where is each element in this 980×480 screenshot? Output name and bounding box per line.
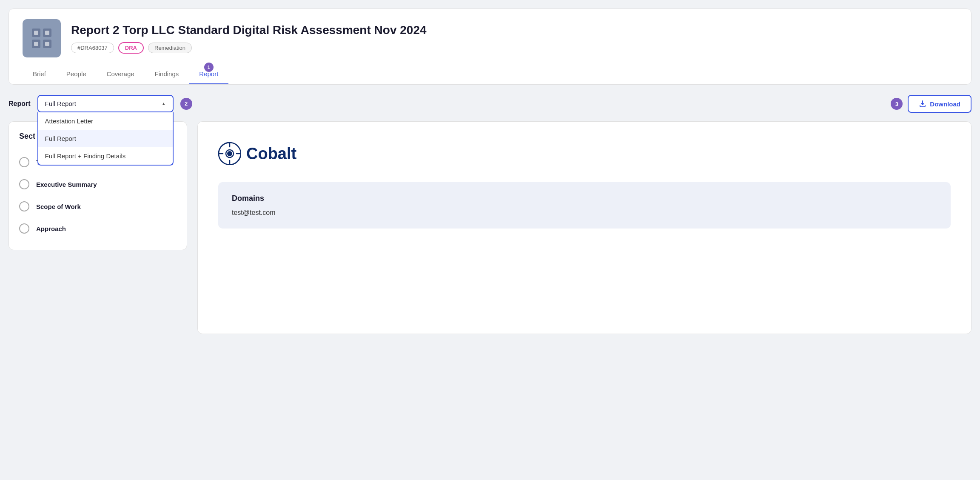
section-dot-approach: [19, 223, 29, 234]
dropdown-item-full[interactable]: Full Report: [38, 130, 173, 147]
cobalt-brand-text: Cobalt: [246, 145, 296, 163]
svg-rect-7: [45, 42, 49, 46]
section-dot-scope: [19, 201, 29, 211]
dropdown-item-attestation[interactable]: Attestation Letter: [38, 112, 173, 130]
company-logo: [23, 19, 61, 57]
section-name-executive[interactable]: Executive Summary: [36, 181, 97, 188]
section-dot-executive: [19, 179, 29, 189]
step-3-badge: 3: [891, 98, 903, 110]
tab-people[interactable]: People: [56, 64, 97, 84]
controls-left: Report Full Report ▲ Attestation Letter …: [9, 95, 192, 112]
svg-point-10: [227, 151, 232, 156]
cobalt-brand-icon: [218, 142, 241, 165]
download-button[interactable]: Download: [908, 95, 971, 113]
report-label: Report: [9, 100, 31, 108]
badge-remediation: Remediation: [148, 43, 192, 53]
svg-rect-4: [34, 31, 38, 35]
dropdown-item-full-findings[interactable]: Full Report + Finding Details: [38, 147, 173, 165]
tab-brief[interactable]: Brief: [23, 64, 56, 84]
report-preview-card: Cobalt Domains test@test.com: [197, 121, 971, 334]
report-select-button[interactable]: Full Report ▲: [37, 95, 174, 112]
badges: #DRA68037 DRA Remediation: [71, 42, 957, 54]
tab-report[interactable]: 1 Report: [189, 64, 228, 84]
section-dot-title: [19, 157, 29, 167]
tab-coverage[interactable]: Coverage: [97, 64, 145, 84]
domains-section: Domains test@test.com: [218, 182, 951, 229]
domains-title: Domains: [232, 194, 937, 203]
report-select-container: Full Report ▲ Attestation Letter Full Re…: [37, 95, 174, 112]
section-item-scope: Scope of Work: [19, 195, 177, 217]
section-item-executive-summary: Executive Summary: [19, 173, 177, 195]
header-card: Report 2 Torp LLC Standard Digital Risk …: [9, 9, 971, 85]
header-info: Report 2 Torp LLC Standard Digital Risk …: [71, 23, 957, 54]
domain-value: test@test.com: [232, 209, 937, 217]
section-item-approach: Approach: [19, 217, 177, 240]
right-panel: Cobalt Domains test@test.com: [197, 121, 971, 334]
cobalt-logo: Cobalt: [218, 142, 951, 165]
tab-findings[interactable]: Findings: [145, 64, 189, 84]
section-name-approach[interactable]: Approach: [36, 225, 66, 232]
badge-id: #DRA68037: [71, 43, 114, 53]
controls-row: Report Full Report ▲ Attestation Letter …: [9, 95, 971, 113]
report-dropdown-menu: Attestation Letter Full Report Full Repo…: [37, 112, 174, 166]
nav-tabs: Brief People Coverage Findings 1 Report: [23, 64, 957, 84]
controls-right: 3 Download: [891, 95, 971, 113]
badge-dra: DRA: [118, 42, 144, 54]
dropdown-arrow-icon: ▲: [162, 101, 166, 106]
report-notification-badge: 1: [204, 63, 214, 72]
report-title: Report 2 Torp LLC Standard Digital Risk …: [71, 23, 957, 37]
svg-rect-6: [34, 42, 38, 46]
section-name-scope[interactable]: Scope of Work: [36, 203, 81, 210]
download-icon: [919, 100, 926, 108]
svg-rect-5: [45, 31, 49, 35]
step-2-badge: 2: [180, 98, 192, 110]
